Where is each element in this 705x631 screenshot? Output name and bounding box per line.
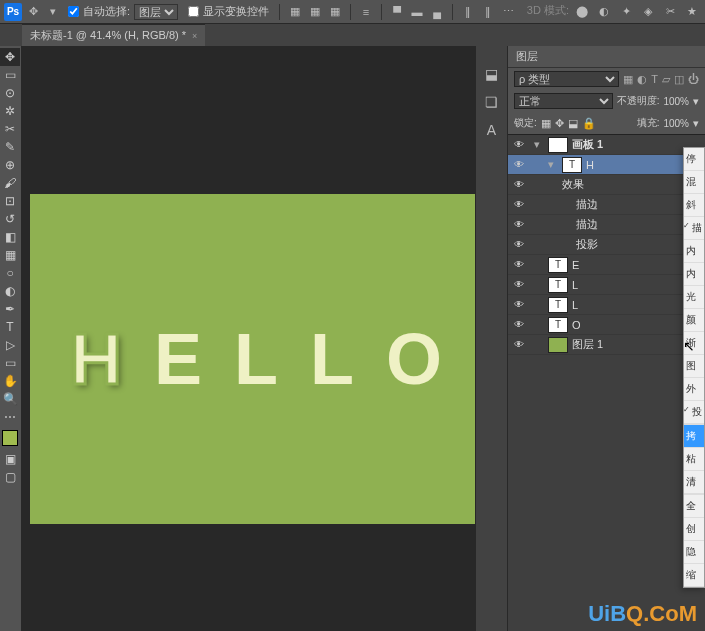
visibility-icon[interactable]: 👁 <box>512 199 526 210</box>
layer-thumb[interactable]: T <box>548 277 568 293</box>
lock-pixels-icon[interactable]: ▦ <box>541 117 551 130</box>
distribute-v-icon[interactable]: ‖ <box>459 3 477 21</box>
layer-name[interactable]: 投影 <box>576 237 598 252</box>
visibility-icon[interactable]: 👁 <box>512 159 526 170</box>
align-middle-icon[interactable]: ▬ <box>408 3 426 21</box>
twirl-icon[interactable]: ▾ <box>548 158 558 171</box>
context-menu-item[interactable]: 内 <box>684 263 704 286</box>
filter-toggle-icon[interactable]: ⏻ <box>688 73 699 86</box>
dodge-tool[interactable]: ◐ <box>0 282 20 300</box>
distribute-h-icon[interactable]: ‖ <box>479 3 497 21</box>
layer-row[interactable]: 👁TE <box>508 255 705 275</box>
dock-icon[interactable]: ⬓ <box>485 66 498 82</box>
heal-tool[interactable]: ⊕ <box>0 156 20 174</box>
layer-name[interactable]: 描边 <box>576 197 598 212</box>
visibility-icon[interactable]: 👁 <box>512 319 526 330</box>
path-tool[interactable]: ▷ <box>0 336 20 354</box>
layers-list[interactable]: 👁▾画板 1👁▾THfx ▾👁效果👁描边👁描边👁投影👁TE👁TL👁TL👁TO👁图… <box>508 134 705 631</box>
dropdown-icon[interactable]: ▾ <box>44 3 62 21</box>
lock-all-icon[interactable]: 🔒 <box>582 117 596 130</box>
brush-tool[interactable]: 🖌 <box>0 174 20 192</box>
layer-row[interactable]: 👁▾画板 1 <box>508 135 705 155</box>
lock-position-icon[interactable]: ✥ <box>555 117 564 130</box>
layer-name[interactable]: 画板 1 <box>572 137 603 152</box>
context-menu-item[interactable]: 创 <box>684 518 704 541</box>
align-bottom-icon[interactable]: ▄ <box>428 3 446 21</box>
auto-select-target[interactable]: 图层 <box>134 4 178 20</box>
lasso-tool[interactable]: ⊙ <box>0 84 20 102</box>
blur-tool[interactable]: ○ <box>0 264 20 282</box>
context-menu-item[interactable]: 隐 <box>684 541 704 564</box>
3d-icon[interactable]: ✂ <box>661 3 679 21</box>
wand-tool[interactable]: ✲ <box>0 102 20 120</box>
context-menu-item[interactable]: 粘 <box>684 448 704 471</box>
layer-thumb[interactable]: T <box>548 297 568 313</box>
blend-mode-select[interactable]: 正常 <box>514 93 613 109</box>
align-right-icon[interactable]: ▦ <box>326 3 344 21</box>
auto-select-checkbox[interactable]: 自动选择: 图层 <box>68 4 178 20</box>
context-menu-item[interactable]: 描 <box>684 217 704 240</box>
context-menu-item[interactable]: 外 <box>684 378 704 401</box>
filter-shape-icon[interactable]: ▱ <box>662 73 670 86</box>
layer-name[interactable]: O <box>572 319 581 331</box>
document-tab[interactable]: 未标题-1 @ 41.4% (H, RGB/8) * × <box>22 24 205 46</box>
3d-icon[interactable]: ⬤ <box>573 3 591 21</box>
context-menu-item[interactable]: 混 <box>684 171 704 194</box>
layer-row[interactable]: 👁效果 <box>508 175 705 195</box>
letter-h[interactable]: H <box>70 318 122 400</box>
layer-name[interactable]: L <box>572 279 578 291</box>
3d-icon[interactable]: ◐ <box>595 3 613 21</box>
context-menu-item[interactable]: 颜 <box>684 309 704 332</box>
filter-type-select[interactable]: ρ 类型 <box>514 71 619 87</box>
pen-tool[interactable]: ✒ <box>0 300 20 318</box>
layer-name[interactable]: H <box>586 159 594 171</box>
layer-name[interactable]: E <box>572 259 579 271</box>
layer-thumb[interactable]: T <box>548 257 568 273</box>
letter-e[interactable]: E <box>154 318 202 400</box>
artboard[interactable]: H E L L O <box>30 194 475 524</box>
layer-thumb[interactable] <box>548 137 568 153</box>
quickmask-tool[interactable]: ▣ <box>0 450 20 468</box>
layer-style-context-menu[interactable]: 停混斜描内内光颜渐图外投拷粘清全创隐缩 <box>683 147 705 588</box>
visibility-icon[interactable]: 👁 <box>512 239 526 250</box>
stamp-tool[interactable]: ⊡ <box>0 192 20 210</box>
filter-smart-icon[interactable]: ◫ <box>674 73 684 86</box>
layer-row[interactable]: 👁描边 <box>508 195 705 215</box>
more-icon[interactable]: ⋯ <box>499 3 517 21</box>
layers-panel-tab[interactable]: 图层 <box>508 46 705 68</box>
crop-tool[interactable]: ✂ <box>0 120 20 138</box>
layer-row[interactable]: 👁▾THfx ▾ <box>508 155 705 175</box>
zoom-tool[interactable]: 🔍 <box>0 390 20 408</box>
align-center-icon[interactable]: ▦ <box>306 3 324 21</box>
context-menu-item[interactable]: 图 <box>684 355 704 378</box>
canvas[interactable]: H E L L O <box>22 46 475 631</box>
type-tool[interactable]: T <box>0 318 20 336</box>
context-menu-item[interactable]: 缩 <box>684 564 704 587</box>
layer-name[interactable]: 描边 <box>576 217 598 232</box>
show-transform-input[interactable] <box>188 6 199 17</box>
opacity-value[interactable]: 100% <box>663 96 689 107</box>
filter-pixel-icon[interactable]: ▦ <box>623 73 633 86</box>
3d-icon[interactable]: ★ <box>683 3 701 21</box>
lock-artboard-icon[interactable]: ⬓ <box>568 117 578 130</box>
dock-icon[interactable]: A <box>487 122 496 138</box>
context-menu-item[interactable]: 拷 <box>684 425 704 448</box>
align-top-icon[interactable]: ▀ <box>388 3 406 21</box>
visibility-icon[interactable]: 👁 <box>512 279 526 290</box>
layer-row[interactable]: 👁描边 <box>508 215 705 235</box>
layer-row[interactable]: 👁图层 1 <box>508 335 705 355</box>
filter-adjust-icon[interactable]: ◐ <box>637 73 647 86</box>
letter-l[interactable]: L <box>234 318 278 400</box>
visibility-icon[interactable]: 👁 <box>512 139 526 150</box>
layer-row[interactable]: 👁TL <box>508 275 705 295</box>
hand-tool[interactable]: ✋ <box>0 372 20 390</box>
visibility-icon[interactable]: 👁 <box>512 259 526 270</box>
layer-name[interactable]: 图层 1 <box>572 337 603 352</box>
layer-thumb[interactable]: T <box>548 317 568 333</box>
move-tool-icon[interactable]: ✥ <box>24 3 42 21</box>
context-menu-item[interactable]: 投 <box>684 401 704 424</box>
eyedropper-tool[interactable]: ✎ <box>0 138 20 156</box>
layer-row[interactable]: 👁投影 <box>508 235 705 255</box>
dock-icon[interactable]: ❏ <box>485 94 498 110</box>
letter-l[interactable]: L <box>310 318 354 400</box>
